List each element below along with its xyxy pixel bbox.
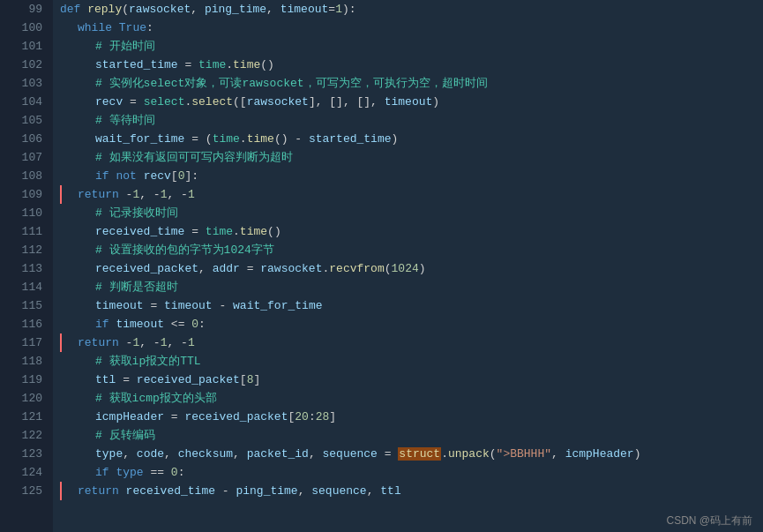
code-content: def reply(rawsocket, ping_time, timeout=… bbox=[53, 0, 763, 532]
ln-111: 111 bbox=[0, 222, 42, 241]
ln-107: 107 bbox=[0, 148, 42, 167]
code-line-100: while True: bbox=[60, 19, 763, 37]
watermark-footer: CSDN @码上有前 bbox=[666, 513, 752, 528]
code-line-125: return received_time - ping_time, sequen… bbox=[60, 482, 763, 500]
ln-124: 124 bbox=[0, 463, 42, 482]
ln-122: 122 bbox=[0, 426, 42, 445]
code-line-121: icmpHeader = received_packet[20:28] bbox=[60, 408, 763, 426]
ln-103: 103 bbox=[0, 74, 42, 93]
ln-101: 101 bbox=[0, 37, 42, 56]
code-line-101: # 开始时间 bbox=[60, 37, 763, 56]
code-line-117: return -1, -1, -1 bbox=[60, 333, 763, 352]
code-line-104: recv = select.select([rawsocket], [], []… bbox=[60, 93, 763, 111]
line-number-gutter: 99 100 101 102 103 104 105 106 107 108 1… bbox=[0, 0, 53, 532]
ln-117: 117 bbox=[0, 333, 42, 352]
code-line-122: # 反转编码 bbox=[60, 426, 763, 445]
ln-114: 114 bbox=[0, 278, 42, 296]
code-line-107: # 如果没有返回可可写内容判断为超时 bbox=[60, 148, 763, 167]
code-line-115: timeout = timeout - wait_for_time bbox=[60, 296, 763, 315]
code-line-109: return -1, -1, -1 bbox=[60, 185, 763, 204]
code-line-99: def reply(rawsocket, ping_time, timeout=… bbox=[60, 0, 763, 19]
code-line-116: if timeout <= 0: bbox=[60, 315, 763, 333]
ln-102: 102 bbox=[0, 56, 42, 74]
ln-104: 104 bbox=[0, 93, 42, 111]
code-line-119: ttl = received_packet[8] bbox=[60, 371, 763, 389]
ln-123: 123 bbox=[0, 445, 42, 463]
ln-106: 106 bbox=[0, 130, 42, 148]
code-line-111: received_time = time.time() bbox=[60, 222, 763, 241]
code-line-120: # 获取icmp报文的头部 bbox=[60, 389, 763, 408]
ln-119: 119 bbox=[0, 371, 42, 389]
code-line-124: if type == 0: bbox=[60, 463, 763, 482]
ln-105: 105 bbox=[0, 111, 42, 130]
code-line-102: started_time = time.time() bbox=[60, 56, 763, 74]
ln-120: 120 bbox=[0, 389, 42, 408]
code-editor: 99 100 101 102 103 104 105 106 107 108 1… bbox=[0, 0, 763, 532]
ln-121: 121 bbox=[0, 408, 42, 426]
code-line-118: # 获取ip报文的TTL bbox=[60, 352, 763, 371]
ln-118: 118 bbox=[0, 352, 42, 371]
code-line-108: if not recv[0]: bbox=[60, 167, 763, 185]
ln-112: 112 bbox=[0, 241, 42, 259]
code-line-112: # 设置接收的包的字节为1024字节 bbox=[60, 241, 763, 259]
code-line-114: # 判断是否超时 bbox=[60, 278, 763, 296]
code-line-113: received_packet, addr = rawsocket.recvfr… bbox=[60, 259, 763, 278]
ln-116: 116 bbox=[0, 315, 42, 333]
code-line-123: type, code, checksum, packet_id, sequenc… bbox=[60, 445, 763, 463]
ln-109: 109 bbox=[0, 185, 42, 204]
ln-110: 110 bbox=[0, 204, 42, 222]
ln-125: 125 bbox=[0, 482, 42, 500]
code-line-106: wait_for_time = (time.time() - started_t… bbox=[60, 130, 763, 148]
code-line-105: # 等待时间 bbox=[60, 111, 763, 130]
code-line-103: # 实例化select对象，可读rawsocket，可写为空，可执行为空，超时时… bbox=[60, 74, 763, 93]
ln-113: 113 bbox=[0, 259, 42, 278]
ln-115: 115 bbox=[0, 296, 42, 315]
ln-108: 108 bbox=[0, 167, 42, 185]
ln-100: 100 bbox=[0, 19, 42, 37]
code-line-110: # 记录接收时间 bbox=[60, 204, 763, 222]
ln-99: 99 bbox=[0, 0, 42, 19]
